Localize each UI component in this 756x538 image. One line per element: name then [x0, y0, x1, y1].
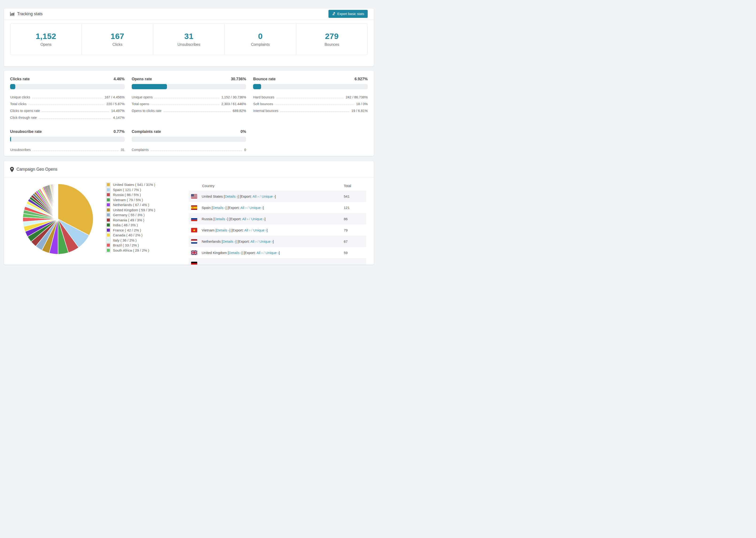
total-column-header: Total	[344, 184, 366, 188]
dotted-leader	[28, 105, 104, 105]
gb-flag-icon	[191, 250, 197, 255]
page-title: Tracking stats	[17, 12, 42, 17]
export-basic-stats-button[interactable]: Export basic stats	[328, 10, 368, 18]
complaints-rate-title: Complaints rate	[132, 129, 161, 134]
tracking-stats-title: Tracking stats	[10, 12, 42, 17]
details-link[interactable]: Details ›	[214, 217, 227, 221]
complaints-rate-value: 0%	[241, 129, 246, 134]
bounces-count: 279	[325, 32, 339, 41]
opens-rate-panel: Opens rate 30.736% Unique opens1,152 / 3…	[132, 77, 246, 120]
bounce-rate-panel: Bounce rate 6.927% Hard bounces242 / 86.…	[253, 77, 368, 120]
geo-opens-title-wrap: Campaign Geo Opens	[10, 167, 57, 172]
unsubscribe-rate-panel: Unsubscribe rate 0.77% Unsubscribes31	[10, 129, 125, 152]
rate-row-label: Unsubscribes	[10, 148, 31, 152]
nl-flag-icon	[191, 239, 197, 243]
unsubscribe-rate-progressbar	[10, 136, 125, 142]
details-link[interactable]: Details ›	[225, 194, 238, 198]
dotted-leader	[32, 98, 103, 98]
total-cell: 86	[344, 217, 366, 221]
export-all-link[interactable]: All ›	[256, 251, 262, 255]
table-row: Vietnam [Details ›] [Export: All › / Uni…	[189, 224, 366, 236]
clicks-label: Clicks	[112, 42, 123, 47]
legend-label: Russia ( 86 / 5% )	[113, 193, 141, 197]
rate-detail-row: Total opens2,303 / 61.446%	[132, 99, 246, 106]
unsubscribes-label: Unsubscribes	[178, 42, 200, 47]
rate-row-value: 1,152 / 30.736%	[221, 95, 246, 99]
bounce-rate-progressbar	[253, 84, 368, 89]
legend-color-swatch	[106, 223, 111, 227]
legend-item: India ( 46 / 3% )	[106, 223, 189, 228]
opens-label: Opens	[40, 42, 51, 47]
rate-row-value: 0	[244, 148, 246, 152]
rate-row-label: Hard bounces	[253, 95, 274, 99]
map-pin-icon	[10, 167, 14, 172]
total-cell: 79	[344, 228, 366, 232]
stat-box-unsubscribes: 31 Unsubscribes	[153, 24, 225, 55]
legend-label: France ( 42 / 2% )	[113, 228, 141, 232]
rate-row-value: 242 / 86.738%	[346, 95, 368, 99]
table-row: Netherlands [Details ›] [Export: All › /…	[189, 236, 366, 247]
total-cell: 541	[344, 194, 366, 198]
rate-detail-row: Total clicks220 / 5.87%	[10, 99, 125, 106]
unsubscribe-rate-value: 0.77%	[114, 129, 125, 134]
country-cell: Vietnam [Details ›] [Export: All › / Uni…	[202, 228, 344, 232]
rate-detail-row: Complaints0	[132, 145, 246, 152]
export-unique-link[interactable]: Unique ›	[251, 217, 265, 221]
total-cell: 67	[344, 240, 366, 243]
export-unique-link[interactable]: Unique ›	[253, 228, 267, 232]
stat-box-bounces: 279 Bounces	[296, 24, 367, 55]
pie-slice	[58, 184, 58, 219]
export-unique-link[interactable]: Unique ›	[249, 206, 263, 210]
us-flag-icon	[191, 194, 197, 198]
details-link[interactable]: Details ›	[229, 251, 242, 255]
country-cell: United Kingdom [Details ›] [Export: All …	[202, 251, 344, 255]
export-all-link[interactable]: All ›	[242, 217, 248, 221]
legend-label: Romania ( 49 / 3% )	[113, 218, 144, 222]
export-all-link[interactable]: All ›	[250, 240, 257, 243]
clicks-rate-progressbar	[10, 84, 125, 89]
bounce-rate-value: 6.927%	[354, 77, 368, 81]
export-unique-link[interactable]: Unique ›	[261, 194, 275, 198]
legend-item: Romania ( 49 / 3% )	[106, 218, 189, 223]
legend-label: Netherlands ( 67 / 4% )	[113, 203, 149, 207]
country-name: United Kingdom	[202, 251, 227, 255]
rate-row-value: 220 / 5.87%	[106, 102, 125, 106]
legend-label: Spain ( 121 / 7% )	[113, 188, 141, 192]
details-link[interactable]: Details ›	[223, 240, 236, 243]
table-row: Russia [Details ›] [Export: All › / Uniq…	[189, 213, 366, 224]
tracking-stats-card: Tracking stats Export basic stats 1,152 …	[4, 8, 374, 67]
unsubscribe-rate-title: Unsubscribe rate	[10, 129, 42, 134]
details-link[interactable]: Details ›	[216, 228, 229, 232]
rate-row-label: Unique clicks	[10, 95, 30, 99]
clicks-rate-title: Clicks rate	[10, 77, 29, 81]
legend-item: Germany ( 55 / 3% )	[106, 212, 189, 218]
es-flag-icon	[191, 205, 197, 210]
legend-item: Vietnam ( 79 / 5% )	[106, 197, 189, 202]
details-link[interactable]: Details ›	[213, 206, 226, 210]
export-all-link[interactable]: All ›	[253, 194, 259, 198]
dotted-leader	[33, 150, 119, 151]
rate-row-value: 167 / 4.456%	[104, 95, 125, 99]
rate-detail-row: Unique clicks167 / 4.456%	[10, 92, 125, 99]
legend-color-swatch	[106, 218, 111, 222]
country-cell: Russia [Details ›] [Export: All › / Uniq…	[202, 217, 344, 221]
bounces-label: Bounces	[324, 42, 339, 47]
legend-label: United States ( 541 / 31% )	[113, 183, 155, 187]
clicks-rate-panel: Clicks rate 4.46% Unique clicks167 / 4.4…	[10, 77, 125, 120]
legend-label: India ( 46 / 3% )	[113, 223, 138, 227]
rate-row-value: 31	[121, 148, 125, 152]
legend-label: United Kingdom ( 59 / 3% )	[113, 208, 155, 212]
export-all-link[interactable]: All ›	[241, 206, 246, 210]
de-flag-icon	[191, 262, 197, 265]
rate-row-label: Click through rate	[10, 116, 37, 120]
export-unique-link[interactable]: Unique ›	[259, 240, 273, 243]
rate-row-value: 19 / 6.81%	[351, 109, 368, 113]
export-all-link[interactable]: All ›	[244, 228, 250, 232]
export-unique-link[interactable]: Unique ›	[266, 251, 279, 255]
rate-detail-row: Internal bounces19 / 6.81%	[253, 106, 368, 113]
ru-flag-icon	[191, 217, 197, 221]
rate-row-label: Complaints	[132, 148, 149, 152]
bar-chart-icon	[10, 12, 15, 16]
legend-item: Netherlands ( 67 / 4% )	[106, 202, 189, 207]
legend-color-swatch	[106, 248, 111, 252]
